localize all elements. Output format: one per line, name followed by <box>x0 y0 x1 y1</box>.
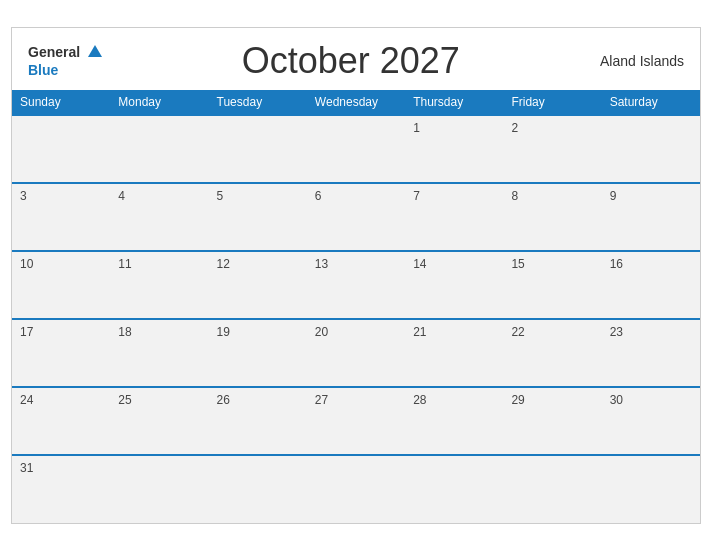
calendar-day-cell: 13 <box>307 251 405 319</box>
day-number: 4 <box>118 189 125 203</box>
calendar-week-row: 3456789 <box>12 183 700 251</box>
day-number: 19 <box>217 325 230 339</box>
calendar-container: General Blue October 2027 Aland Islands … <box>11 27 701 524</box>
calendar-day-cell: 22 <box>503 319 601 387</box>
calendar-day-cell: 8 <box>503 183 601 251</box>
day-number: 10 <box>20 257 33 271</box>
calendar-day-cell: 31 <box>12 455 110 523</box>
calendar-day-cell: 17 <box>12 319 110 387</box>
day-number: 14 <box>413 257 426 271</box>
calendar-day-cell: 23 <box>602 319 700 387</box>
calendar-day-cell <box>209 115 307 183</box>
day-number: 16 <box>610 257 623 271</box>
calendar-day-cell <box>209 455 307 523</box>
day-number: 28 <box>413 393 426 407</box>
calendar-day-cell: 30 <box>602 387 700 455</box>
calendar-day-cell: 28 <box>405 387 503 455</box>
day-number: 23 <box>610 325 623 339</box>
day-number: 17 <box>20 325 33 339</box>
day-number: 30 <box>610 393 623 407</box>
calendar-day-cell: 9 <box>602 183 700 251</box>
calendar-day-cell: 7 <box>405 183 503 251</box>
calendar-day-cell: 25 <box>110 387 208 455</box>
header-tuesday: Tuesday <box>209 90 307 115</box>
header-wednesday: Wednesday <box>307 90 405 115</box>
calendar-day-cell: 14 <box>405 251 503 319</box>
day-number: 9 <box>610 189 617 203</box>
day-number: 5 <box>217 189 224 203</box>
day-number: 22 <box>511 325 524 339</box>
logo: General Blue <box>28 43 102 78</box>
calendar-day-cell: 10 <box>12 251 110 319</box>
calendar-day-cell <box>307 455 405 523</box>
calendar-grid: Sunday Monday Tuesday Wednesday Thursday… <box>12 90 700 523</box>
day-number: 31 <box>20 461 33 475</box>
day-number: 2 <box>511 121 518 135</box>
calendar-day-cell: 2 <box>503 115 601 183</box>
calendar-day-cell: 11 <box>110 251 208 319</box>
calendar-day-cell: 15 <box>503 251 601 319</box>
calendar-week-row: 24252627282930 <box>12 387 700 455</box>
logo-triangle-icon <box>88 45 102 57</box>
day-number: 20 <box>315 325 328 339</box>
calendar-day-cell <box>110 455 208 523</box>
header-friday: Friday <box>503 90 601 115</box>
calendar-day-cell <box>602 455 700 523</box>
day-number: 24 <box>20 393 33 407</box>
calendar-day-cell: 3 <box>12 183 110 251</box>
calendar-day-cell: 29 <box>503 387 601 455</box>
calendar-week-row: 17181920212223 <box>12 319 700 387</box>
calendar-day-cell: 21 <box>405 319 503 387</box>
day-number: 27 <box>315 393 328 407</box>
day-number: 21 <box>413 325 426 339</box>
calendar-day-cell: 19 <box>209 319 307 387</box>
weekday-header-row: Sunday Monday Tuesday Wednesday Thursday… <box>12 90 700 115</box>
calendar-day-cell: 6 <box>307 183 405 251</box>
calendar-week-row: 31 <box>12 455 700 523</box>
day-number: 3 <box>20 189 27 203</box>
day-number: 15 <box>511 257 524 271</box>
day-number: 8 <box>511 189 518 203</box>
calendar-header: General Blue October 2027 Aland Islands <box>12 28 700 90</box>
day-number: 25 <box>118 393 131 407</box>
day-number: 13 <box>315 257 328 271</box>
calendar-day-cell: 20 <box>307 319 405 387</box>
logo-blue-text: Blue <box>28 62 58 78</box>
calendar-day-cell: 1 <box>405 115 503 183</box>
day-number: 7 <box>413 189 420 203</box>
header-sunday: Sunday <box>12 90 110 115</box>
calendar-day-cell: 27 <box>307 387 405 455</box>
calendar-day-cell: 4 <box>110 183 208 251</box>
day-number: 6 <box>315 189 322 203</box>
day-number: 29 <box>511 393 524 407</box>
logo-line1: General <box>28 43 102 61</box>
calendar-day-cell: 18 <box>110 319 208 387</box>
calendar-day-cell: 12 <box>209 251 307 319</box>
day-number: 1 <box>413 121 420 135</box>
header-saturday: Saturday <box>602 90 700 115</box>
calendar-week-row: 12 <box>12 115 700 183</box>
calendar-day-cell: 5 <box>209 183 307 251</box>
calendar-day-cell <box>602 115 700 183</box>
region-label: Aland Islands <box>600 53 684 69</box>
calendar-day-cell: 26 <box>209 387 307 455</box>
calendar-day-cell <box>12 115 110 183</box>
calendar-day-cell <box>110 115 208 183</box>
calendar-week-row: 10111213141516 <box>12 251 700 319</box>
calendar-day-cell: 24 <box>12 387 110 455</box>
day-number: 26 <box>217 393 230 407</box>
day-number: 12 <box>217 257 230 271</box>
calendar-title: October 2027 <box>102 40 600 82</box>
logo-general-text: General <box>28 44 80 60</box>
day-number: 18 <box>118 325 131 339</box>
calendar-day-cell <box>503 455 601 523</box>
header-thursday: Thursday <box>405 90 503 115</box>
calendar-day-cell <box>405 455 503 523</box>
calendar-day-cell: 16 <box>602 251 700 319</box>
header-monday: Monday <box>110 90 208 115</box>
day-number: 11 <box>118 257 131 271</box>
calendar-day-cell <box>307 115 405 183</box>
